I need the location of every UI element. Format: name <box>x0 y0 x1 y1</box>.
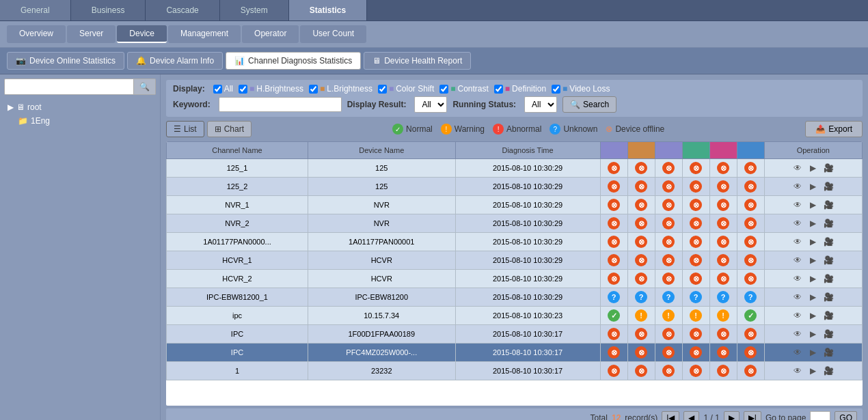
search-button[interactable]: 🔍 Search <box>562 96 616 113</box>
record-op-btn[interactable]: 🎥 <box>822 309 836 322</box>
table-row[interactable]: NVR_2NVR2015-08-10 10:30:29⊗⊗⊗⊗⊗⊗ 👁 ▶ 🎥 <box>167 214 863 233</box>
checkbox-hbrightness[interactable]: ■ H.Brightness <box>239 84 303 94</box>
play-op-btn[interactable]: ▶ <box>806 217 820 229</box>
section-tab-alarm-info[interactable]: 🔔 Device Alarm Info <box>127 52 223 70</box>
checkbox-all[interactable]: All <box>213 84 233 94</box>
play-op-btn[interactable]: ▶ <box>806 180 820 193</box>
cell-time: 2015-08-10 10:30:17 <box>455 325 600 344</box>
last-page-btn[interactable]: ▶| <box>744 411 761 420</box>
record-op-btn[interactable]: 🎥 <box>822 291 836 303</box>
page-number-input[interactable] <box>810 411 830 420</box>
view-op-btn[interactable]: 👁 <box>791 217 804 229</box>
table-row[interactable]: IPC1F00D1FPAA001892015-08-10 10:30:17⊗⊗⊗… <box>167 325 863 344</box>
prev-page-btn[interactable]: ◀ <box>683 411 699 420</box>
view-op-btn[interactable]: 👁 <box>791 162 804 174</box>
record-op-btn[interactable]: 🎥 <box>822 217 836 229</box>
table-row[interactable]: HCVR_1HCVR2015-08-10 10:30:29⊗⊗⊗⊗⊗⊗ 👁 ▶ … <box>167 251 863 270</box>
records-label: record(s) <box>625 413 657 420</box>
cell-status-3: ? <box>682 288 709 307</box>
play-op-btn[interactable]: ▶ <box>806 291 820 303</box>
view-op-btn[interactable]: 👁 <box>791 236 804 248</box>
record-op-btn[interactable]: 🎥 <box>822 365 836 377</box>
tree-child-1[interactable]: 📁 1Eng <box>4 114 156 128</box>
record-op-btn[interactable]: 🎥 <box>822 236 836 248</box>
table-row[interactable]: 1232322015-08-10 10:30:17⊗⊗⊗⊗⊗⊗ 👁 ▶ 🎥 <box>167 362 863 380</box>
table-row[interactable]: 1A01177PAN0000...1A01177PAN000012015-08-… <box>167 233 863 251</box>
table-row[interactable]: HCVR_2HCVR2015-08-10 10:30:29⊗⊗⊗⊗⊗⊗ 👁 ▶ … <box>167 270 863 288</box>
play-op-btn[interactable]: ▶ <box>806 309 820 322</box>
cell-status-5: ⊗ <box>737 196 764 214</box>
view-op-btn[interactable]: 👁 <box>791 291 804 303</box>
view-op-btn[interactable]: 👁 <box>791 199 804 211</box>
running-status-select[interactable]: All <box>524 96 557 113</box>
record-op-btn[interactable]: 🎥 <box>822 346 836 359</box>
record-op-btn[interactable]: 🎥 <box>822 254 836 266</box>
subtab-device[interactable]: Device <box>117 25 167 43</box>
right-content: Display: All ■ H.Brightness ■ L.Brightne… <box>161 74 868 420</box>
view-op-btn[interactable]: 👁 <box>791 309 804 322</box>
play-op-btn[interactable]: ▶ <box>806 328 820 340</box>
tab-business[interactable]: Business <box>71 0 146 20</box>
list-view-btn[interactable]: ☰ List <box>166 121 204 137</box>
first-page-btn[interactable]: |◀ <box>662 411 679 420</box>
cell-status-2: ⊗ <box>655 325 682 344</box>
subtab-usercount[interactable]: User Count <box>300 25 366 43</box>
section-tab-health-report[interactable]: 🖥 Device Health Report <box>364 52 471 70</box>
cell-channel: IPC-EBW81200_1 <box>167 288 308 307</box>
section-tab-channel-diagnosis[interactable]: 📊 Channel Diagnosis Statistics <box>226 52 361 70</box>
view-op-btn[interactable]: 👁 <box>791 272 804 285</box>
checkbox-videoloss[interactable]: ■ Video Loss <box>552 84 610 94</box>
total-count: 12 <box>612 413 621 420</box>
cell-device: 125 <box>308 178 455 196</box>
table-row[interactable]: 125_21252015-08-10 10:30:29⊗⊗⊗⊗⊗⊗ 👁 ▶ 🎥 <box>167 178 863 196</box>
subtab-management[interactable]: Management <box>168 25 241 43</box>
table-row[interactable]: IPC-EBW81200_1IPC-EBW812002015-08-10 10:… <box>167 288 863 307</box>
subtab-operator[interactable]: Operator <box>242 25 299 43</box>
play-op-btn[interactable]: ▶ <box>806 346 820 359</box>
record-op-btn[interactable]: 🎥 <box>822 162 836 174</box>
table-row[interactable]: ipc10.15.7.342015-08-10 10:30:23✓!!!!✓ 👁… <box>167 307 863 325</box>
table-row[interactable]: IPCPFC4MZ025W000-...2015-08-10 10:30:17⊗… <box>167 344 863 362</box>
subtab-server[interactable]: Server <box>67 25 116 43</box>
record-op-btn[interactable]: 🎥 <box>822 328 836 340</box>
search-icon-button[interactable]: 🔍 <box>134 79 156 95</box>
view-op-btn[interactable]: 👁 <box>791 365 804 377</box>
search-input[interactable] <box>4 79 134 95</box>
col-device-name: Device Name <box>308 142 455 159</box>
table-row[interactable]: NVR_1NVR2015-08-10 10:30:29⊗⊗⊗⊗⊗⊗ 👁 ▶ 🎥 <box>167 196 863 214</box>
view-op-btn[interactable]: 👁 <box>791 346 804 359</box>
section-tab-device-online[interactable]: 📷 Device Online Statistics <box>7 52 124 70</box>
next-page-btn[interactable]: ▶ <box>724 411 740 420</box>
subtab-overview[interactable]: Overview <box>7 25 66 43</box>
view-op-btn[interactable]: 👁 <box>791 254 804 266</box>
cell-device: 10.15.7.34 <box>308 307 455 325</box>
view-op-btn[interactable]: 👁 <box>791 328 804 340</box>
chart-view-btn[interactable]: ⊞ Chart <box>207 121 252 137</box>
tab-system[interactable]: System <box>220 0 289 20</box>
play-op-btn[interactable]: ▶ <box>806 272 820 285</box>
play-op-btn[interactable]: ▶ <box>806 365 820 377</box>
checkbox-lbrightness[interactable]: ■ L.Brightness <box>309 84 372 94</box>
display-result-select[interactable]: All <box>414 96 447 113</box>
running-status-label: Running Status: <box>452 100 516 109</box>
play-op-btn[interactable]: ▶ <box>806 162 820 174</box>
checkbox-colorshift[interactable]: ■ Color Shift <box>378 84 434 94</box>
record-op-btn[interactable]: 🎥 <box>822 180 836 193</box>
tab-cascade[interactable]: Cascade <box>146 0 219 20</box>
record-op-btn[interactable]: 🎥 <box>822 272 836 285</box>
play-op-btn[interactable]: ▶ <box>806 254 820 266</box>
checkbox-definition[interactable]: ■ Definition <box>494 84 546 94</box>
table-row[interactable]: 125_11252015-08-10 10:30:29⊗⊗⊗⊗⊗⊗ 👁 ▶ 🎥 <box>167 159 863 178</box>
device-online-icon: 📷 <box>16 56 26 66</box>
tab-statistics[interactable]: Statistics <box>289 0 367 20</box>
tab-general[interactable]: General <box>0 0 71 20</box>
keyword-input[interactable] <box>219 97 342 112</box>
play-op-btn[interactable]: ▶ <box>806 199 820 211</box>
export-button[interactable]: 📤 Export <box>805 121 863 137</box>
record-op-btn[interactable]: 🎥 <box>822 199 836 211</box>
play-op-btn[interactable]: ▶ <box>806 236 820 248</box>
tree-root[interactable]: ▶ 🖥 root <box>4 100 156 114</box>
checkbox-contrast[interactable]: ■ Contrast <box>439 84 489 94</box>
view-op-btn[interactable]: 👁 <box>791 180 804 193</box>
go-button[interactable]: GO <box>835 411 857 420</box>
